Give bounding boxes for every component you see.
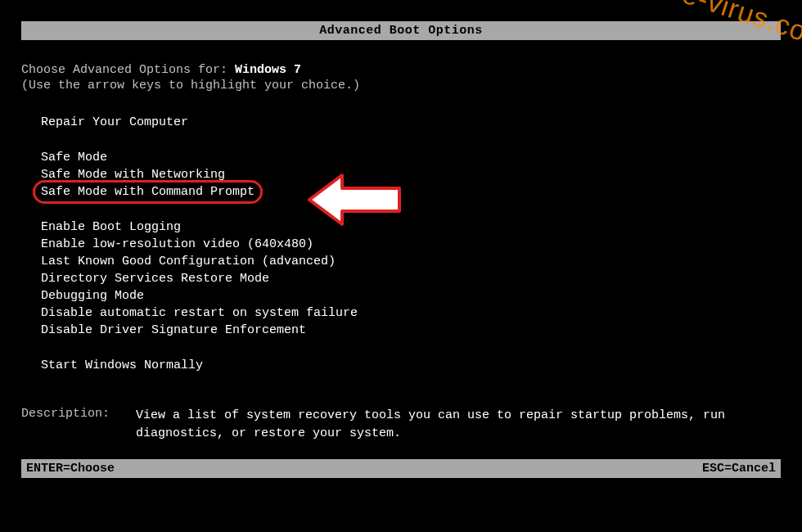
option-low-res-video[interactable]: Enable low-resolution video (640x480) (41, 236, 313, 253)
page-title: Advanced Boot Options (319, 24, 483, 38)
option-safe-mode[interactable]: Safe Mode (41, 149, 107, 166)
intro-line: Choose Advanced Options for: Windows 7 (21, 63, 781, 77)
option-last-known-good[interactable]: Last Known Good Configuration (advanced) (41, 253, 336, 270)
option-boot-logging[interactable]: Enable Boot Logging (41, 219, 181, 236)
option-safe-mode-cmd-prompt[interactable]: Safe Mode with Command Prompt (41, 183, 255, 201)
description-label: Description: (21, 407, 136, 443)
footer-esc: ESC=Cancel (702, 462, 776, 476)
footer-bar: ENTER=Choose ESC=Cancel (21, 459, 781, 478)
title-bar: Advanced Boot Options (21, 21, 781, 40)
description-text: View a list of system recovery tools you… (136, 407, 781, 443)
option-start-normally[interactable]: Start Windows Normally (41, 357, 203, 374)
option-debugging-mode[interactable]: Debugging Mode (41, 287, 144, 304)
option-disable-driver-sig[interactable]: Disable Driver Signature Enforcement (41, 322, 306, 339)
option-disable-auto-restart[interactable]: Disable automatic restart on system fail… (41, 304, 358, 322)
footer-enter: ENTER=Choose (26, 462, 115, 476)
advanced-options-group: Enable Boot Logging Enable low-resolutio… (41, 219, 781, 339)
intro-prefix: Choose Advanced Options for: (21, 63, 235, 77)
os-name: Windows 7 (235, 63, 301, 77)
repair-computer-header[interactable]: Repair Your Computer (41, 115, 781, 129)
safe-mode-group: Safe Mode Safe Mode with Networking Safe… (41, 149, 781, 201)
option-directory-restore[interactable]: Directory Services Restore Mode (41, 270, 269, 287)
description-row: Description: View a list of system recov… (21, 407, 781, 443)
option-safe-mode-networking[interactable]: Safe Mode with Networking (41, 166, 225, 183)
hint-line: (Use the arrow keys to highlight your ch… (21, 79, 781, 92)
